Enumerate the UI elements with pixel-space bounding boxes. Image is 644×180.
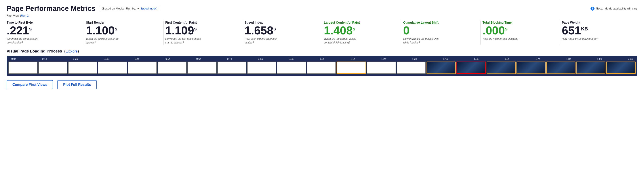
- header-row: Page Performance Metrics (Based on Media…: [7, 4, 637, 12]
- metric-desc-lcp: When did the largest visible content fin…: [324, 37, 364, 44]
- metric-label-tbt: Total Blocking Time: [482, 21, 554, 24]
- tick-label: 1.4s: [441, 58, 450, 60]
- page-title: Page Performance Metrics: [7, 4, 96, 12]
- tick-label: 1.3s: [410, 58, 419, 60]
- metric-value-fcp: 1.109s: [165, 25, 236, 36]
- timeline-ticks: 0.0s0.1s0.2s0.3s0.4s0.5s0.6s0.7s0.8s0.9s…: [8, 58, 636, 60]
- metric-col-ttfb: Time to First Byte .221s When did the co…: [7, 21, 82, 44]
- page-container: Page Performance Metrics (Based on Media…: [0, 0, 644, 94]
- metric-desc-speed-index: How soon did the page look usable?: [245, 37, 284, 44]
- tick-label: 0.6s: [194, 58, 203, 60]
- metric-col-fcp: First Contentful Paint 1.109s How soon d…: [165, 21, 241, 44]
- timeline-frame-1: [38, 62, 68, 74]
- median-label: (Based on Median Run by:: [102, 7, 136, 10]
- metric-label-cls: Cumulative Layout Shift: [403, 21, 474, 24]
- metric-col-cls: Cumulative Layout Shift 0 How much did t…: [403, 21, 479, 44]
- metric-desc-cls: How much did the design shift while load…: [403, 37, 443, 44]
- timeline-frame-14: [426, 62, 456, 74]
- metric-desc-fcp: How soon did text and images start to ap…: [165, 37, 205, 44]
- metric-label-page-weight: Page Weight: [562, 21, 633, 24]
- note-text: Metric availability will vary: [604, 7, 637, 10]
- tick-label: 0.9s: [287, 58, 296, 60]
- metric-col-start-render: Start Render 1.100s When did pixels firs…: [86, 21, 162, 44]
- metric-desc-page-weight: How many bytes downloaded?: [562, 37, 602, 41]
- tick-label: 0.1s: [40, 58, 49, 60]
- timeline-frame-11: [336, 62, 366, 74]
- metric-label-start-render: Start Render: [86, 21, 157, 24]
- tick-label: 0.5s: [164, 58, 172, 60]
- visual-title-text: Visual Page Loading Process: [7, 49, 62, 53]
- metric-value-tbt: .000s: [482, 25, 554, 36]
- metric-value-ttfb: .221s: [7, 25, 78, 36]
- note-area: i Note: Metric availability will vary: [590, 7, 637, 10]
- metric-desc-start-render: When did pixels first start to appear?: [86, 37, 126, 44]
- tick-label: 1.1s: [348, 58, 357, 60]
- median-badge[interactable]: (Based on Median Run by: ▼ Speed Index): [99, 6, 160, 11]
- timeline-frames: [8, 62, 636, 74]
- metric-col-page-weight: Page Weight 651KB How many bytes downloa…: [562, 21, 637, 44]
- note-label: Note:: [596, 7, 603, 10]
- compare-first-views-button[interactable]: Compare First Views: [7, 80, 53, 89]
- timeline-frame-0: [8, 62, 38, 74]
- metric-col-tbt: Total Blocking Time .000s Was the main t…: [482, 21, 558, 44]
- metric-divider-1: [163, 21, 164, 44]
- metric-value-speed-index: 1.658s: [245, 25, 316, 36]
- timeline-frame-17: [516, 62, 546, 74]
- timeline-frame-16: [487, 62, 516, 74]
- tick-label: 1.2s: [379, 58, 388, 60]
- tick-label: 0.8s: [256, 58, 265, 60]
- tick-label: 0.2s: [71, 58, 80, 60]
- tick-label: 1.6s: [502, 58, 512, 60]
- tick-label: 0.0s: [9, 58, 18, 60]
- metric-value-start-render: 1.100s: [86, 25, 157, 36]
- tick-label: 1.9s: [595, 58, 604, 60]
- plot-full-results-button[interactable]: Plot Full Results: [58, 80, 96, 89]
- metric-value-page-weight: 651KB: [562, 25, 633, 36]
- tick-label: 0.7s: [225, 58, 234, 60]
- timeline-frame-3: [98, 62, 127, 74]
- timeline-frame-15: [456, 62, 486, 74]
- metric-divider-2: [243, 21, 243, 44]
- timeline-frame-6: [188, 62, 216, 74]
- timeline-frame-2: [68, 62, 97, 74]
- bottom-buttons: Compare First Views Plot Full Results: [7, 80, 637, 89]
- timeline-frame-12: [367, 62, 396, 74]
- metric-value-cls: 0: [403, 25, 474, 36]
- header-left: Page Performance Metrics (Based on Media…: [7, 4, 160, 12]
- run-link[interactable]: Run 2: [21, 14, 29, 17]
- metric-value-lcp: 1.408s: [324, 25, 395, 36]
- metric-desc-ttfb: When did the content start downloading?: [7, 37, 46, 44]
- metric-divider-6: [560, 21, 560, 44]
- info-icon: i: [590, 7, 594, 10]
- explore-link[interactable]: Explore: [66, 49, 78, 53]
- first-view-label: First View (: [7, 14, 21, 17]
- metric-col-speed-index: Speed Index 1.658s How soon did the page…: [245, 21, 320, 44]
- tick-label: 0.4s: [132, 58, 142, 60]
- metric-divider-3: [322, 21, 322, 44]
- metric-divider-4: [401, 21, 401, 44]
- timeline-frame-4: [128, 62, 157, 74]
- visual-section-title: Visual Page Loading Process (Explore): [7, 49, 637, 54]
- timeline-frame-8: [247, 62, 276, 74]
- timeline-frame-13: [397, 62, 426, 74]
- metric-label-lcp: Largest Contentful Paint: [324, 21, 395, 24]
- tick-label: 1.0s: [318, 58, 326, 60]
- metric-divider-5: [480, 21, 481, 44]
- tick-label: 1.7s: [534, 58, 542, 60]
- timeline-frame-7: [217, 62, 246, 74]
- metric-divider-0: [84, 21, 84, 44]
- metric-label-ttfb: Time to First Byte: [7, 21, 78, 24]
- timeline-container: 0.0s0.1s0.2s0.3s0.4s0.5s0.6s0.7s0.8s0.9s…: [7, 56, 637, 76]
- metric-col-lcp: Largest Contentful Paint 1.408s When did…: [324, 21, 400, 44]
- timeline-frame-19: [576, 62, 605, 74]
- timeline-frame-5: [158, 62, 187, 74]
- timeline-frame-20: [606, 62, 636, 74]
- tick-label: 0.3s: [102, 58, 111, 60]
- median-link[interactable]: Speed Index): [140, 7, 157, 10]
- tick-label: 2.0s: [626, 58, 635, 60]
- timeline-frame-10: [307, 62, 336, 74]
- first-view-row: First View (Run 2): [7, 14, 637, 17]
- timeline-frame-9: [277, 62, 306, 74]
- tick-label: 1.8s: [564, 58, 573, 60]
- metric-label-fcp: First Contentful Paint: [165, 21, 236, 24]
